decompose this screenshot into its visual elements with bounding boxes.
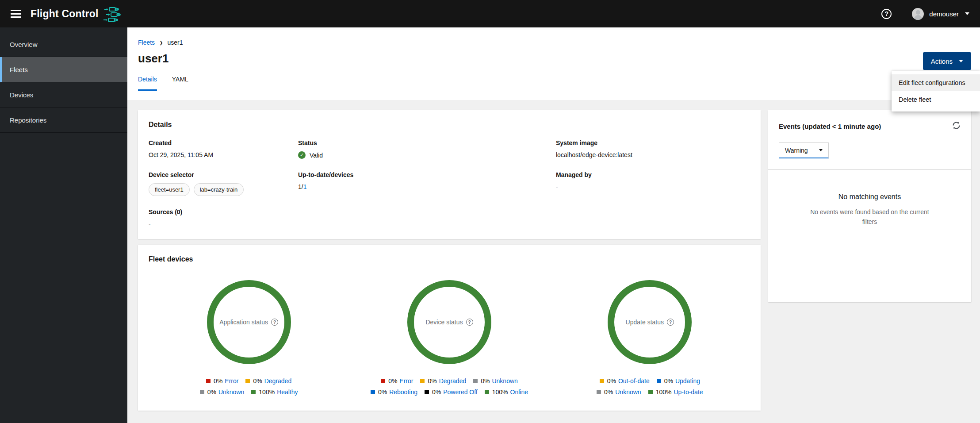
legend-swatch — [485, 390, 489, 394]
legend-label-link: Unknown — [492, 377, 517, 385]
donut-device-status: Device status ? — [407, 280, 491, 364]
field-up-to-date-label: Up-to-date/devices — [298, 171, 556, 178]
update-status-chart: Update status ? 0%Out-of-date0%Updating0… — [550, 280, 750, 396]
user-menu[interactable]: demouser — [912, 8, 969, 20]
legend-item-healthy[interactable]: 100%Healthy — [251, 388, 298, 396]
legend-item-unknown[interactable]: 0%Unknown — [200, 388, 245, 396]
masthead: Flight Control ? demouser — [0, 0, 980, 27]
legend-swatch — [371, 390, 375, 394]
legend-label-link: Powered Off — [443, 388, 478, 396]
menu-item-edit-fleet-configurations[interactable]: Edit fleet configurations — [892, 74, 980, 91]
hamburger-menu-icon[interactable] — [11, 10, 21, 18]
device-status-chart: Device status ? 0%Error0%Degraded0%Unkno… — [349, 280, 549, 396]
content-area: Details Created Oct 29, 2025, 11:05 AM S… — [127, 100, 980, 423]
field-system-image-value: localhost/edge-device:latest — [556, 151, 750, 158]
event-severity-select[interactable]: Warning — [779, 142, 829, 158]
field-managed-by: Managed by - — [556, 171, 750, 196]
field-system-image: System image localhost/edge-device:lates… — [556, 139, 750, 159]
chart-legend: 0%Error0%Degraded0%Unknown100%Healthy — [197, 377, 301, 396]
legend-percent: 0% — [378, 388, 387, 396]
fleet-devices-card: Fleet devices Application status ? 0%Err… — [138, 245, 761, 411]
application-status-chart: Application status ? 0%Error0%Degraded0%… — [149, 280, 349, 396]
help-icon[interactable]: ? — [881, 9, 892, 19]
field-up-to-date: Up-to-date/devices 1/1 — [298, 171, 556, 196]
field-status-value: Valid — [310, 152, 323, 159]
events-empty-state: No matching events No events were found … — [768, 170, 971, 227]
legend-percent: 0% — [207, 388, 216, 396]
charts-row: Application status ? 0%Error0%Degraded0%… — [149, 280, 750, 396]
legend-percent: 0% — [607, 377, 616, 385]
legend-swatch — [200, 390, 204, 394]
legend-swatch — [420, 379, 425, 383]
breadcrumb: Fleets ❯ user1 — [138, 39, 980, 46]
up-to-date-count: 1/ — [298, 183, 303, 190]
events-empty-body: No events were found based on the curren… — [802, 208, 937, 227]
sidebar-item-fleets[interactable]: Fleets — [0, 57, 127, 82]
legend-item-error[interactable]: 0%Error — [381, 377, 413, 385]
field-created: Created Oct 29, 2025, 11:05 AM — [149, 139, 298, 159]
legend-item-out-of-date[interactable]: 0%Out-of-date — [600, 377, 650, 385]
legend-percent: 0% — [432, 388, 441, 396]
refresh-icon — [952, 121, 961, 130]
brand-title: Flight Control — [31, 8, 99, 20]
details-card: Details Created Oct 29, 2025, 11:05 AM S… — [138, 110, 761, 239]
breadcrumb-fleets-link[interactable]: Fleets — [138, 39, 155, 46]
page-title: user1 — [138, 52, 980, 65]
legend-item-powered-off[interactable]: 0%Powered Off — [425, 388, 478, 396]
devices-count-link[interactable]: 1 — [303, 183, 307, 190]
legend-item-degraded[interactable]: 0%Degraded — [420, 377, 466, 385]
legend-item-unknown[interactable]: 0%Unknown — [473, 377, 518, 385]
legend-item-updating[interactable]: 0%Updating — [657, 377, 700, 385]
actions-button[interactable]: Actions — [923, 52, 971, 70]
legend-item-degraded[interactable]: 0%Degraded — [245, 377, 291, 385]
legend-label-link: Online — [510, 388, 528, 396]
legend-percent: 0% — [214, 377, 222, 385]
menu-item-delete-fleet[interactable]: Delete fleet — [892, 91, 980, 108]
legend-item-rebooting[interactable]: 0%Rebooting — [371, 388, 417, 396]
legend-item-online[interactable]: 100%Online — [485, 388, 528, 396]
legend-swatch — [597, 390, 601, 394]
tab-yaml[interactable]: YAML — [172, 76, 188, 91]
field-device-selector-label: Device selector — [149, 171, 298, 178]
legend-swatch — [251, 390, 256, 394]
legend-label-link: Out-of-date — [618, 377, 650, 385]
tab-details[interactable]: Details — [138, 76, 157, 91]
chevron-down-icon — [959, 60, 963, 62]
legend-percent: 100% — [656, 388, 672, 396]
question-circle-icon[interactable]: ? — [667, 319, 674, 326]
donut-update-status: Update status ? — [608, 280, 692, 364]
sidebar-item-repositories[interactable]: Repositories — [0, 108, 127, 133]
legend-swatch — [425, 390, 429, 394]
legend-percent: 0% — [253, 377, 262, 385]
field-status: Status ✓ Valid — [298, 139, 556, 159]
fleet-devices-card-title: Fleet devices — [149, 255, 750, 263]
field-sources-value: - — [149, 220, 298, 227]
brand: Flight Control — [31, 4, 121, 23]
selector-chip: fleet=user1 — [149, 183, 190, 196]
field-created-label: Created — [149, 139, 298, 146]
field-sources: Sources (0) - — [149, 208, 298, 227]
donut-center-label: Update status — [626, 319, 664, 326]
legend-item-up-to-date[interactable]: 100%Up-to-date — [648, 388, 703, 396]
page-header: Fleets ❯ user1 user1 Details YAML Action… — [127, 27, 980, 100]
sidebar-item-devices[interactable]: Devices — [0, 82, 127, 108]
donut-center-label: Application status — [219, 319, 268, 326]
chart-legend: 0%Out-of-date0%Updating0%Unknown100%Up-t… — [592, 377, 707, 396]
legend-swatch — [473, 379, 478, 383]
field-managed-by-label: Managed by — [556, 171, 750, 178]
breadcrumb-separator-icon: ❯ — [159, 40, 163, 45]
question-circle-icon[interactable]: ? — [466, 319, 473, 326]
breadcrumb-current: user1 — [168, 39, 183, 46]
legend-percent: 0% — [388, 377, 397, 385]
legend-item-unknown[interactable]: 0%Unknown — [597, 388, 641, 396]
chart-legend: 0%Error0%Degraded0%Unknown0%Rebooting0%P… — [366, 377, 532, 396]
question-circle-icon[interactable]: ? — [271, 319, 278, 326]
refresh-button[interactable] — [952, 121, 961, 131]
legend-swatch — [600, 379, 604, 383]
events-card: Events (updated < 1 minute ago) Warning … — [768, 110, 971, 302]
donut-center-label: Device status — [425, 319, 463, 326]
legend-swatch — [206, 379, 211, 383]
legend-item-error[interactable]: 0%Error — [206, 377, 238, 385]
legend-label-link: Degraded — [439, 377, 467, 385]
sidebar-item-overview[interactable]: Overview — [0, 32, 127, 57]
